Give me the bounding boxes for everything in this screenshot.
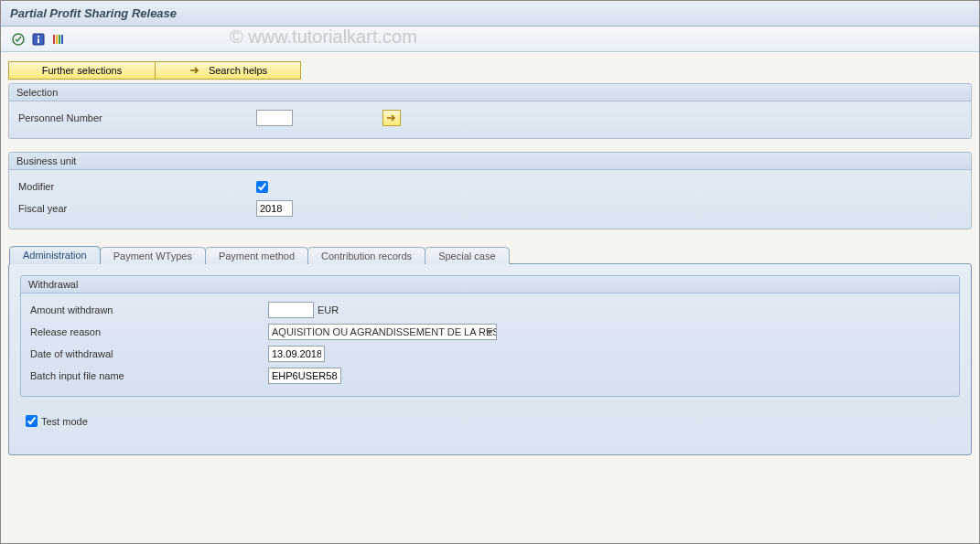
svg-rect-6 <box>59 35 60 44</box>
withdrawal-group: Withdrawal Amount withdrawn EUR Release … <box>20 275 960 397</box>
batch-label: Batch input file name <box>30 370 268 381</box>
amount-input[interactable] <box>268 302 314 318</box>
selection-group: Selection Personnel Number <box>8 83 972 139</box>
amount-label: Amount withdrawn <box>30 304 268 315</box>
svg-rect-3 <box>38 38 39 43</box>
info-icon[interactable] <box>30 31 47 48</box>
reason-select[interactable]: AQUISITION OU AGRANDISSEMENT DE LA RES… <box>268 324 497 340</box>
button-label: Further selections <box>42 65 122 76</box>
tab-label: Payment method <box>219 251 295 261</box>
date-row: Date of withdrawal <box>30 343 950 365</box>
svg-rect-7 <box>61 35 63 44</box>
test-mode-checkbox[interactable] <box>26 415 38 427</box>
tab-label: Administration <box>23 250 87 261</box>
test-mode-row: Test mode <box>26 415 960 427</box>
button-label: Search helps <box>209 65 267 76</box>
personnel-input[interactable] <box>256 110 293 126</box>
reason-label: Release reason <box>30 326 268 337</box>
tab-special-case[interactable]: Special case <box>425 247 509 264</box>
tab-contribution-records[interactable]: Contribution records <box>307 247 425 264</box>
currency-label: EUR <box>318 304 339 315</box>
modifier-checkbox[interactable] <box>256 181 268 193</box>
further-selections-button[interactable]: Further selections <box>8 61 155 80</box>
date-label: Date of withdrawal <box>30 348 268 359</box>
fiscal-year-input[interactable] <box>256 200 293 217</box>
button-row: Further selections Search helps <box>8 61 972 80</box>
arrow-right-icon <box>188 65 201 76</box>
tab-label: Contribution records <box>321 251 412 261</box>
svg-rect-2 <box>38 36 39 37</box>
app-window: Partial Profit Sharing Release © www.tut… <box>0 0 980 544</box>
batch-input[interactable] <box>268 368 341 384</box>
tab-label: Special case <box>438 251 495 261</box>
fiscal-year-label: Fiscal year <box>18 203 256 214</box>
tab-payment-method[interactable]: Payment method <box>205 247 308 264</box>
select-value: AQUISITION OU AGRANDISSEMENT DE LA RES… <box>272 326 497 337</box>
modifier-row: Modifier <box>18 176 962 197</box>
tab-payment-wtypes[interactable]: Payment WTypes <box>100 247 206 264</box>
amount-row: Amount withdrawn EUR <box>30 299 950 321</box>
personnel-row: Personnel Number <box>18 107 962 129</box>
personnel-label: Personnel Number <box>18 112 256 123</box>
tab-label: Payment WTypes <box>113 251 192 261</box>
multiple-selection-button[interactable] <box>382 110 401 126</box>
group-title: Business unit <box>9 153 971 170</box>
group-title: Withdrawal <box>21 276 959 293</box>
batch-row: Batch input file name <box>30 365 950 387</box>
content-area: Further selections Search helps Selectio… <box>1 52 979 464</box>
page-title: Partial Profit Sharing Release <box>10 6 177 20</box>
group-title: Selection <box>9 84 971 101</box>
execute-icon[interactable] <box>10 31 27 48</box>
modifier-label: Modifier <box>18 181 256 192</box>
reason-row: Release reason AQUISITION OU AGRANDISSEM… <box>30 321 950 343</box>
title-bar: Partial Profit Sharing Release <box>1 1 979 27</box>
search-helps-button[interactable]: Search helps <box>155 61 301 80</box>
svg-rect-4 <box>53 35 55 44</box>
tab-content-administration: Withdrawal Amount withdrawn EUR Release … <box>8 263 972 455</box>
business-unit-group: Business unit Modifier Fiscal year <box>8 152 972 229</box>
tab-strip: Administration Payment WTypes Payment me… <box>10 246 972 264</box>
bars-icon[interactable] <box>50 31 67 48</box>
tab-administration[interactable]: Administration <box>9 246 101 264</box>
svg-rect-5 <box>56 35 58 44</box>
toolbar <box>1 27 979 52</box>
test-mode-label: Test mode <box>41 416 88 427</box>
date-input[interactable] <box>268 346 325 362</box>
fiscal-year-row: Fiscal year <box>18 197 962 219</box>
